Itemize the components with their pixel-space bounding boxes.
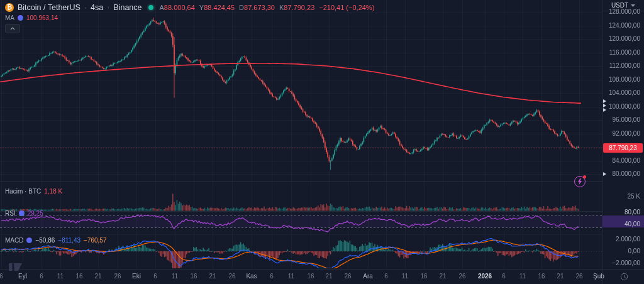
change-value: −210,41 (−0,24%) (319, 4, 374, 11)
rsi-indicator-icon (19, 210, 25, 216)
separator-dot: · (84, 3, 87, 12)
market-status-icon[interactable] (148, 5, 153, 10)
alert-icon[interactable] (574, 176, 586, 187)
macd-indicator-icon (26, 238, 32, 243)
time-tick: 2026 (478, 273, 492, 280)
high-value: 88.424,45 (204, 4, 235, 11)
price-tick: 116.000,00 (609, 50, 640, 56)
time-tick: 11 (288, 273, 294, 280)
time-tick: 26 (458, 273, 465, 280)
time-tick: 11 (519, 273, 526, 280)
time-tick: 21 (209, 273, 216, 280)
separator-dot: · (107, 3, 109, 12)
bitcoin-logo-icon: ₿ (5, 3, 14, 12)
price-tick: 112.000,00 (609, 63, 640, 69)
price-marker-arrow-icon (603, 99, 606, 103)
price-tick: 104.000,00 (609, 90, 640, 96)
interval-label[interactable]: 4sa (91, 3, 103, 12)
ma-indicator-icon (18, 15, 23, 21)
time-tick: 11 (172, 273, 178, 280)
time-tick: Eyl (18, 273, 27, 280)
notification-dot (583, 175, 586, 178)
time-tick: 26 (344, 273, 351, 280)
volume-tick: 25 K (627, 194, 640, 200)
time-tick: 21 (325, 273, 332, 280)
price-tick: 128.000,00 (609, 9, 640, 15)
time-tick: 6 (270, 273, 274, 280)
last-price-label: 87.790,23 (603, 143, 643, 153)
time-tick: 21 (557, 273, 564, 280)
price-tick: 80.000,00 (613, 171, 641, 177)
time-tick: 16 (307, 273, 314, 280)
time-axis[interactable]: 6Eyl611162126Eki611162126Kas611162126Ara… (0, 269, 602, 284)
time-tick: 21 (439, 273, 446, 280)
macd-line-value: −811,43 (58, 237, 80, 244)
price-tick: 92.000,00 (613, 131, 641, 137)
rsi-label: RSI (5, 210, 16, 217)
price-tick: 120.000,00 (609, 36, 640, 42)
close-value: 87.790,23 (284, 4, 314, 11)
tradingview-logo (9, 260, 28, 271)
volume-label: Hacim · BTC (5, 188, 41, 195)
macd-label: MACD (5, 237, 23, 244)
time-tick: 26 (114, 273, 121, 280)
time-tick: 16 (538, 273, 545, 280)
open-label: A (160, 4, 164, 11)
rsi-tick: 80,00 (625, 209, 640, 216)
low-label: D (239, 4, 244, 11)
chevron-up-icon (10, 27, 15, 30)
tradingview-chart-window: ₿ Bitcoin / TetherUS · 4sa · Binance A88… (0, 0, 644, 284)
time-tick: Kas (246, 273, 257, 280)
price-tick: 96.000,00 (613, 117, 641, 123)
time-tick: Ara (363, 273, 373, 280)
lightning-icon (577, 178, 582, 185)
collapse-legend-button[interactable] (5, 24, 20, 33)
time-tick: 6 (40, 273, 43, 280)
rsi-legend[interactable]: RSI 29,25 (5, 210, 43, 217)
price-tick: 84.000,00 (613, 158, 641, 164)
time-tick: 21 (94, 273, 101, 280)
price-tick: 100.000,00 (609, 104, 640, 110)
macd-hist-value: −50,86 (35, 237, 55, 244)
time-tick: 16 (75, 273, 82, 280)
price-tick: 124.000,00 (609, 23, 640, 29)
macd-legend[interactable]: MACD −50,86 −811,43 −760,57 (5, 237, 106, 244)
symbol-name[interactable]: Bitcoin / TetherUS (18, 3, 80, 12)
time-axis-corner (602, 269, 644, 284)
price-marker-arrow-icon (603, 108, 606, 112)
price-tick: 108.000,00 (609, 77, 640, 83)
ma-value: 100.963,14 (26, 14, 58, 21)
time-tick: 16 (420, 273, 427, 280)
price-marker-arrow-icon (603, 104, 606, 107)
volume-legend[interactable]: Hacim · BTC 1,18 K (5, 188, 62, 195)
price-marker-arrow-icon (603, 172, 606, 176)
time-tick: 6 (0, 273, 3, 280)
time-tick: 6 (153, 273, 157, 280)
ohlc-values: A88.000,64 Y88.424,45 D87.673,30 K87.790… (160, 4, 375, 11)
time-tick: 11 (57, 273, 64, 280)
rsi-value: 29,25 (28, 210, 43, 217)
time-tick: 26 (228, 273, 235, 280)
time-tick: 6 (384, 273, 388, 280)
macd-tick: 0,00 (628, 248, 640, 254)
time-tick: 26 (575, 273, 582, 280)
time-tick: 16 (190, 273, 197, 280)
low-value: 87.673,30 (244, 4, 275, 11)
symbol-legend: ₿ Bitcoin / TetherUS · 4sa · Binance A88… (5, 3, 374, 12)
price-axis[interactable]: USDT 128.000,00124.000,00120.000,00116.0… (602, 0, 644, 269)
ma-label: MA (5, 14, 14, 21)
ma-legend[interactable]: MA 100.963,14 (5, 14, 58, 21)
clock-icon[interactable] (620, 273, 628, 281)
chevron-down-icon (631, 4, 635, 7)
macd-tick: −2.000,00 (612, 260, 640, 266)
time-tick: Eki (132, 273, 141, 280)
open-value: 88.000,64 (164, 4, 195, 11)
macd-signal-value: −760,57 (84, 237, 106, 244)
time-tick: 6 (502, 273, 506, 280)
volume-value: 1,18 K (44, 188, 62, 195)
exchange-label: Binance (113, 3, 142, 12)
rsi-tick: 40,00 (625, 221, 640, 227)
time-tick: 11 (402, 273, 408, 280)
macd-tick: 2.000,00 (616, 236, 640, 243)
